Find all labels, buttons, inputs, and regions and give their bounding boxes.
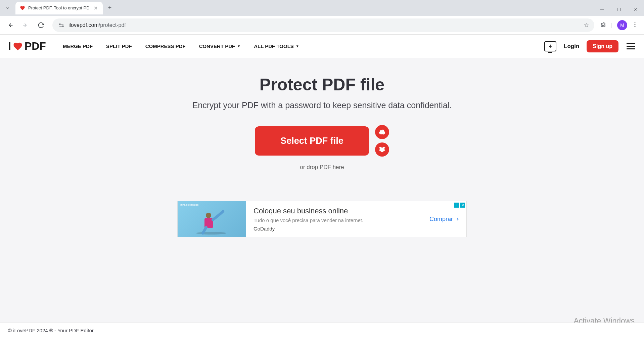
main-nav: MERGE PDF SPLIT PDF COMPRESS PDF CONVERT… — [63, 43, 299, 49]
url-input[interactable]: ilovepdf.com/protect-pdf ☆ — [52, 18, 594, 32]
extensions-icon[interactable] — [600, 21, 606, 29]
ad-brand: GoDaddy — [254, 226, 416, 231]
close-icon[interactable]: ✕ — [93, 5, 99, 11]
browser-tab[interactable]: Protect PDF. Tool to encrypt PD ✕ — [15, 2, 103, 14]
bookmark-star-icon[interactable]: ☆ — [584, 22, 589, 29]
profile-avatar[interactable]: M — [617, 20, 627, 30]
new-tab-button[interactable]: + — [105, 3, 115, 13]
svg-point-10 — [635, 22, 636, 23]
ad-figure — [194, 208, 228, 235]
page-title: Protect PDF file — [260, 75, 384, 94]
svg-point-16 — [206, 213, 211, 218]
select-pdf-button[interactable]: Select PDF file — [255, 126, 369, 156]
chevron-down-icon: ▼ — [296, 44, 299, 48]
signup-button[interactable]: Sign up — [587, 40, 618, 52]
svg-point-14 — [196, 232, 226, 235]
ad-title: Coloque seu business online — [254, 207, 416, 215]
nav-split-pdf[interactable]: SPLIT PDF — [106, 43, 132, 49]
logo-pdf: PDF — [25, 40, 46, 52]
tab-search-dropdown[interactable] — [3, 3, 13, 13]
svg-point-12 — [635, 26, 636, 27]
logo-i: I — [8, 40, 11, 52]
minimize-button[interactable] — [594, 3, 610, 16]
ad-badges: i ✕ — [454, 203, 465, 208]
site-header: I PDF MERGE PDF SPLIT PDF COMPRESS PDF C… — [0, 35, 644, 58]
site-settings-icon[interactable] — [58, 22, 65, 29]
address-bar: ilovepdf.com/protect-pdf ☆ | M — [0, 16, 644, 35]
menu-icon[interactable] — [626, 42, 636, 50]
login-link[interactable]: Login — [564, 43, 579, 50]
svg-rect-1 — [617, 8, 620, 11]
drop-hint: or drop PDF here — [300, 164, 344, 171]
svg-point-11 — [635, 24, 636, 25]
back-button[interactable] — [4, 19, 16, 31]
svg-point-8 — [62, 26, 63, 27]
browser-tab-bar: Protect PDF. Tool to encrypt PD ✕ + — [0, 0, 644, 16]
ad-image-label: Irina Rodrigues — [180, 203, 198, 206]
ad-text: Coloque seu business online Tudo o que v… — [246, 201, 423, 237]
tab-area: Protect PDF. Tool to encrypt PD ✕ + — [0, 0, 115, 16]
header-right: Login Sign up — [544, 40, 636, 52]
dropbox-button[interactable] — [375, 142, 389, 157]
footer: © iLovePDF 2024 ® - Your PDF Editor — [0, 323, 644, 338]
file-select-row: Select PDF file — [255, 125, 389, 157]
window-controls — [594, 3, 644, 16]
footer-copyright: © iLovePDF 2024 ® - Your PDF Editor — [8, 328, 94, 333]
download-desktop-icon[interactable] — [544, 41, 556, 51]
cloud-buttons — [375, 125, 389, 157]
forward-button[interactable] — [19, 19, 32, 31]
ad-cta-label: Comprar — [429, 216, 453, 223]
google-drive-button[interactable] — [375, 125, 389, 139]
chevron-down-icon: ▼ — [237, 44, 240, 48]
logo[interactable]: I PDF — [8, 40, 46, 52]
ad-subtitle: Tudo o que você precisa para vender na i… — [254, 217, 416, 223]
browser-menu-icon[interactable] — [632, 22, 638, 29]
url-text: ilovepdf.com/protect-pdf — [68, 22, 126, 28]
chevron-right-icon — [455, 216, 460, 222]
address-bar-right: | M — [600, 20, 640, 30]
reload-button[interactable] — [35, 19, 47, 31]
ad-banner[interactable]: Irina Rodrigues Coloque seu business onl… — [177, 201, 467, 237]
nav-convert-pdf[interactable]: CONVERT PDF▼ — [199, 43, 240, 49]
ad-info-icon[interactable]: i — [454, 203, 459, 208]
page-subtitle: Encrypt your PDF with a password to keep… — [192, 100, 452, 110]
tab-title: Protect PDF. Tool to encrypt PD — [28, 5, 90, 10]
ad-image: Irina Rodrigues — [178, 201, 246, 237]
heart-icon — [19, 5, 26, 11]
nav-compress-pdf[interactable]: COMPRESS PDF — [145, 43, 186, 49]
close-window-button[interactable] — [627, 3, 644, 16]
nav-all-tools[interactable]: ALL PDF TOOLS▼ — [254, 43, 299, 49]
nav-merge-pdf[interactable]: MERGE PDF — [63, 43, 93, 49]
svg-point-6 — [59, 24, 60, 25]
ad-close-icon[interactable]: ✕ — [460, 203, 465, 208]
maximize-button[interactable] — [610, 3, 627, 16]
heart-icon — [12, 41, 24, 51]
page-content: Protect PDF file Encrypt your PDF with a… — [0, 58, 644, 323]
